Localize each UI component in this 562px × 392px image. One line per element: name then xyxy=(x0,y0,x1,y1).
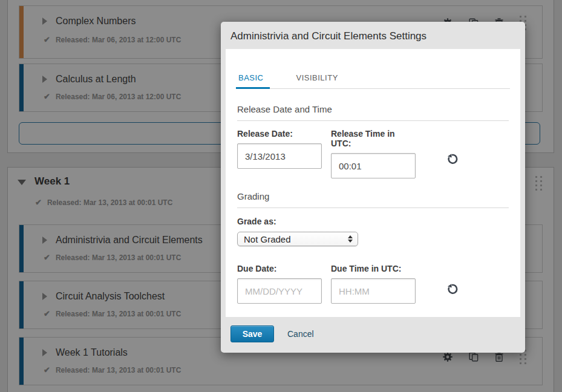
grade-as-label: Grade as: xyxy=(237,217,509,226)
tab-visibility[interactable]: VISIBILITY xyxy=(294,73,341,88)
due-date-label: Due Date: xyxy=(237,264,322,273)
release-date-label: Release Date: xyxy=(237,129,322,139)
subsection-settings-modal: Administrivia and Circuit Elements Setti… xyxy=(221,22,525,353)
cancel-link[interactable]: Cancel xyxy=(287,329,314,339)
release-section-heading: Release Date and Time xyxy=(237,104,509,121)
select-arrows-icon xyxy=(348,235,353,243)
grade-select-value: Not Graded xyxy=(244,234,348,244)
grading-section-heading: Grading xyxy=(237,191,509,208)
save-button[interactable]: Save xyxy=(230,325,274,342)
modal-tabs: BASIC VISIBILITY xyxy=(236,49,510,89)
reset-due-icon[interactable] xyxy=(446,283,458,295)
due-time-input[interactable] xyxy=(331,278,416,304)
release-time-input[interactable] xyxy=(331,153,416,178)
reset-release-icon[interactable] xyxy=(446,153,458,165)
due-time-label: Due Time in UTC: xyxy=(331,264,416,273)
modal-body: BASIC VISIBILITY Release Date and Time R… xyxy=(226,49,520,317)
grade-select[interactable]: Not Graded xyxy=(237,232,358,246)
modal-footer: Save Cancel xyxy=(221,317,525,351)
release-date-input[interactable] xyxy=(237,143,322,169)
release-time-label: Release Time in UTC: xyxy=(331,129,416,148)
due-date-input[interactable] xyxy=(237,278,322,304)
tab-basic[interactable]: BASIC xyxy=(236,73,270,89)
modal-title: Administrivia and Circuit Elements Setti… xyxy=(221,22,525,49)
